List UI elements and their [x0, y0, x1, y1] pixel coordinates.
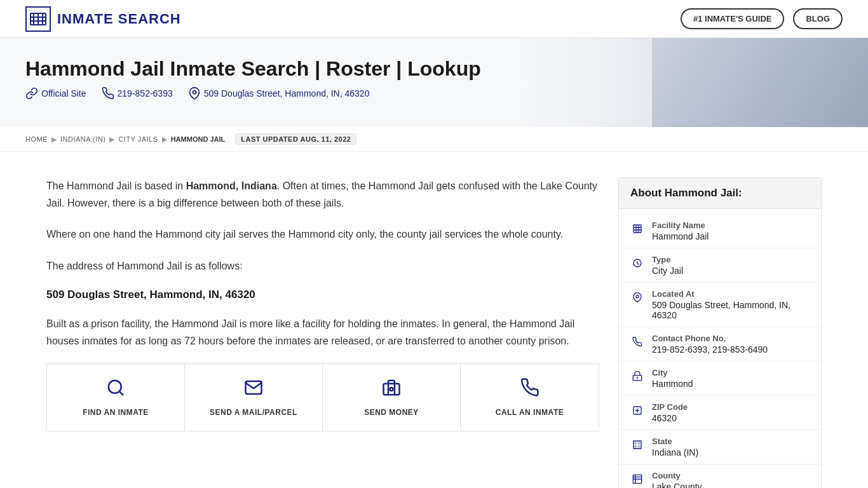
- guide-button[interactable]: #1 INMATE'S GUIDE: [681, 8, 784, 29]
- send-money-label: SEND MONEY: [364, 408, 419, 417]
- send-money-card[interactable]: SEND MONEY: [323, 364, 461, 431]
- phone-call-icon: [520, 378, 539, 402]
- facility-name-value: Hammond Jail: [652, 231, 709, 241]
- address-link[interactable]: 509 Douglas Street, Hammond, IN, 46320: [188, 87, 370, 100]
- location-label: Located At: [652, 289, 810, 299]
- main-layout: The Hammond Jail is based in Hammond, In…: [21, 152, 847, 488]
- hero-background: [652, 38, 868, 127]
- state-label: State: [652, 437, 698, 446]
- header-nav: #1 INMATE'S GUIDE BLOG: [681, 8, 843, 29]
- sidebar-items: Facility Name Hammond Jail Type City Jai…: [619, 209, 821, 488]
- breadcrumb-cityjails[interactable]: CITY JAILS: [118, 135, 158, 143]
- sidebar-location: Located At 509 Douglas Street, Hammond, …: [619, 283, 821, 327]
- sidebar-box: About Hammond Jail: Facility Name Hammon…: [618, 177, 822, 488]
- svg-rect-11: [634, 225, 641, 233]
- state-icon: [630, 437, 644, 451]
- paragraph-3: The address of Hammond Jail is as follow…: [46, 257, 599, 274]
- location-value: 509 Douglas Street, Hammond, IN, 46320: [652, 300, 810, 320]
- svg-point-6: [193, 91, 196, 94]
- sidebar: About Hammond Jail: Facility Name Hammon…: [618, 177, 822, 488]
- map-pin-icon: [188, 87, 201, 100]
- facility-name-label: Facility Name: [652, 220, 709, 230]
- address-display: 509 Douglas Street, Hammond, IN, 46320: [46, 288, 599, 301]
- sidebar-county: County Lake County: [619, 464, 821, 488]
- main-content: The Hammond Jail is based in Hammond, In…: [46, 177, 599, 488]
- type-icon: [630, 255, 644, 269]
- type-value: City Jail: [652, 266, 683, 276]
- state-value: Indiana (IN): [652, 447, 698, 458]
- phone-icon: [102, 87, 114, 100]
- county-value: Lake County: [652, 482, 702, 488]
- phone-icon-sidebar: [630, 334, 644, 348]
- breadcrumb-home[interactable]: HOME: [25, 135, 48, 143]
- phone-link[interactable]: 219-852-6393: [102, 87, 173, 100]
- blog-button[interactable]: BLOG: [793, 8, 843, 29]
- logo-icon: [25, 6, 51, 32]
- paragraph-4: Built as a prison facility, the Hammond …: [46, 315, 599, 349]
- paragraph-1: The Hammond Jail is based in Hammond, In…: [46, 177, 599, 212]
- sidebar-facility-name: Facility Name Hammond Jail: [619, 214, 821, 248]
- breadcrumb-indiana[interactable]: INDIANA (IN): [60, 135, 105, 143]
- logo[interactable]: INMATE SEARCH: [25, 6, 181, 32]
- official-site-label: Official Site: [41, 88, 86, 98]
- link-icon: [25, 87, 38, 100]
- call-inmate-card[interactable]: CALL AN INMATE: [461, 364, 599, 431]
- svg-line-8: [119, 391, 123, 395]
- find-inmate-card[interactable]: FIND AN INMATE: [47, 364, 185, 431]
- mail-icon: [244, 378, 263, 402]
- bold-location: Hammond, Indiana: [186, 180, 277, 191]
- zip-label: ZIP Code: [652, 402, 688, 412]
- official-site-link[interactable]: Official Site: [25, 87, 86, 100]
- breadcrumb-updated: LAST UPDATED AUG. 11, 2022: [235, 133, 356, 145]
- sidebar-city: City Hammond: [619, 362, 821, 396]
- action-cards: FIND AN INMATE SEND A MAIL/PARCEL: [46, 363, 599, 431]
- building-icon: [630, 221, 644, 234]
- breadcrumb-sep-1: ▶: [51, 135, 57, 144]
- county-label: County: [652, 471, 702, 480]
- sidebar-type: Type City Jail: [619, 248, 821, 283]
- zip-icon: [630, 403, 644, 416]
- svg-rect-9: [384, 384, 400, 395]
- city-label: City: [652, 368, 693, 377]
- find-inmate-label: FIND AN INMATE: [83, 408, 149, 417]
- hero-section: Hammond Jail Inmate Search | Roster | Lo…: [0, 38, 868, 127]
- breadcrumb-sep-3: ▶: [162, 135, 167, 144]
- county-icon: [630, 471, 644, 485]
- sidebar-state: State Indiana (IN): [619, 430, 821, 464]
- header: INMATE SEARCH #1 INMATE'S GUIDE BLOG: [0, 0, 868, 38]
- send-mail-label: SEND A MAIL/PARCEL: [210, 408, 297, 417]
- money-icon: [382, 378, 401, 402]
- zip-value: 46320: [652, 413, 688, 423]
- location-icon: [630, 290, 644, 303]
- breadcrumb-current: HAMMOND JAIL: [171, 135, 226, 143]
- sidebar-phone: Contact Phone No. 219-852-6393, 219-853-…: [619, 327, 821, 362]
- svg-point-10: [390, 388, 393, 391]
- search-icon: [106, 378, 125, 402]
- breadcrumb-sep-2: ▶: [109, 135, 114, 144]
- paragraph-2: Where on one hand the Hammond city jail …: [46, 226, 599, 243]
- sidebar-zip: ZIP Code 46320: [619, 396, 821, 430]
- type-label: Type: [652, 255, 683, 264]
- phone-value: 219-852-6393, 219-853-6490: [652, 344, 768, 355]
- hero-address: 509 Douglas Street, Hammond, IN, 46320: [204, 88, 370, 98]
- city-value: Hammond: [652, 379, 693, 389]
- sidebar-title: About Hammond Jail:: [619, 178, 821, 209]
- city-icon: [630, 369, 644, 382]
- send-mail-card[interactable]: SEND A MAIL/PARCEL: [185, 364, 323, 431]
- page-title: Hammond Jail Inmate Search | Roster | Lo…: [25, 57, 843, 81]
- call-inmate-label: CALL AN INMATE: [496, 408, 564, 417]
- svg-point-17: [636, 295, 639, 298]
- phone-label: Contact Phone No.: [652, 334, 768, 343]
- hero-phone: 219-852-6393: [118, 88, 173, 98]
- logo-text: INMATE SEARCH: [57, 11, 181, 27]
- breadcrumb: HOME ▶ INDIANA (IN) ▶ CITY JAILS ▶ HAMMO…: [0, 127, 868, 152]
- hero-meta: Official Site 219-852-6393 509 Douglas S…: [25, 87, 843, 100]
